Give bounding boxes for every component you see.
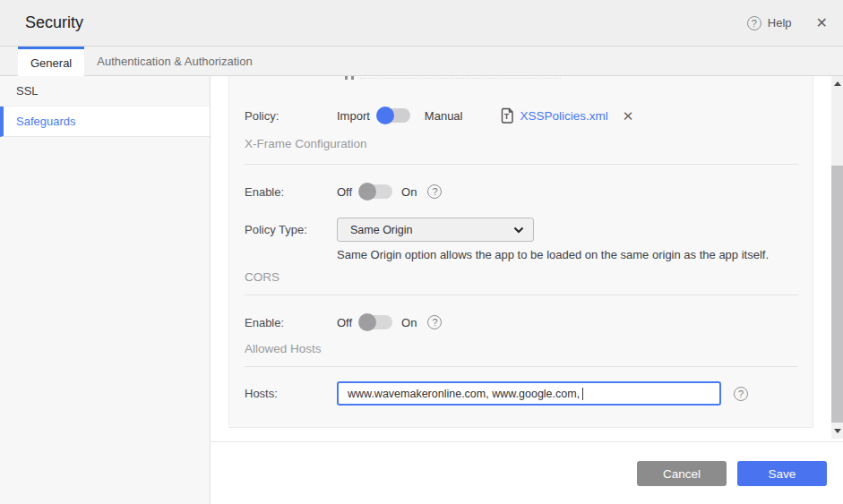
tab-general[interactable]: General [18, 47, 84, 76]
xframe-on-label: On [401, 185, 417, 199]
sidebar-item-safeguards[interactable]: Safeguards [0, 107, 210, 137]
hosts-row: Hosts: www.wavemakeronline.com, www.goog… [229, 381, 813, 406]
xframe-section-heading: X-Frame Configuration [245, 137, 367, 150]
cors-enable-row: Enable: Off On ? [229, 310, 813, 335]
scroll-up-arrow-icon[interactable] [834, 81, 841, 86]
cors-enable-label: Enable: [245, 316, 337, 329]
allowed-hosts-section-heading: Allowed Hosts [245, 342, 322, 355]
page-title: Security [25, 13, 83, 32]
toggle-knob [358, 313, 376, 331]
footer-divider [211, 441, 843, 442]
scroll-down-arrow-icon[interactable] [834, 429, 841, 433]
cors-section-heading: CORS [245, 270, 280, 284]
clipped-row-fragment [360, 78, 561, 79]
policy-type-description-row: Same Origin option allows the app to be … [229, 246, 813, 262]
chevron-down-icon [513, 226, 524, 234]
policy-type-label: Policy Type: [245, 223, 337, 236]
section-divider [245, 164, 798, 165]
policy-type-row: Policy Type: Same Origin [229, 218, 813, 242]
help-icon-glyph: ? [738, 389, 744, 399]
xframe-enable-label: Enable: [245, 185, 337, 199]
toggle-knob [358, 183, 376, 201]
safeguards-scroll-panel: Policy: Import Manual T XSSPolicies.xml … [228, 76, 813, 428]
policy-type-select[interactable]: Same Origin [337, 218, 534, 242]
vertical-scrollbar[interactable] [831, 76, 843, 439]
policy-file-chip: T XSSPolicies.xml ✕ [500, 107, 633, 124]
help-icon-glyph: ? [752, 18, 757, 29]
section-divider [245, 366, 798, 367]
hosts-label: Hosts: [245, 387, 337, 400]
policy-type-description: Same Origin option allows the app to be … [337, 248, 769, 261]
security-dialog: Security ? Help ✕ General Authentication… [0, 0, 843, 504]
sidebar-item-ssl[interactable]: SSL [0, 76, 210, 107]
policy-import-label: Import [337, 109, 370, 123]
help-link[interactable]: Help [768, 16, 792, 30]
main-area: Policy: Import Manual T XSSPolicies.xml … [211, 76, 843, 504]
policy-row: Policy: Import Manual T XSSPolicies.xml … [229, 103, 813, 128]
help-icon[interactable]: ? [747, 16, 761, 30]
tab-authentication-authorization[interactable]: Authentication & Authorization [84, 47, 264, 75]
scrollbar-thumb[interactable] [831, 166, 843, 423]
help-icon-glyph: ? [432, 317, 437, 328]
close-icon[interactable]: ✕ [816, 16, 828, 30]
remove-file-icon[interactable]: ✕ [623, 109, 634, 123]
policy-manual-label: Manual [425, 109, 463, 123]
cors-enable-toggle[interactable] [360, 315, 392, 329]
clipped-row-fragment [351, 76, 354, 80]
policy-type-selected-value: Same Origin [350, 224, 513, 236]
hosts-input-value: www.wavemakeronline.com, www.google.com, [348, 388, 580, 400]
policy-label: Policy: [245, 109, 337, 123]
xframe-enable-row: Enable: Off On ? [229, 179, 813, 204]
tab-bar: General Authentication & Authorization [0, 47, 843, 76]
xframe-enable-help-icon[interactable]: ? [427, 184, 442, 199]
hosts-input[interactable]: www.wavemakeronline.com, www.google.com, [337, 381, 721, 406]
save-button[interactable]: Save [737, 461, 827, 486]
clipped-row-fragment [345, 76, 348, 80]
sidebar: SSL Safeguards [0, 76, 211, 504]
cancel-button[interactable]: Cancel [637, 461, 727, 486]
toggle-knob [376, 107, 394, 124]
policy-file-link[interactable]: XSSPolicies.xml [520, 109, 607, 123]
svg-text:T: T [504, 112, 510, 121]
dialog-header: Security ? Help ✕ [0, 0, 843, 47]
cors-enable-help-icon[interactable]: ? [427, 315, 442, 329]
section-divider [245, 295, 798, 295]
text-caret [582, 388, 583, 400]
xframe-enable-toggle[interactable] [360, 184, 392, 199]
policy-import-manual-toggle[interactable] [378, 108, 410, 123]
file-text-icon: T [500, 107, 514, 124]
help-icon-glyph: ? [432, 186, 437, 197]
xframe-off-label: Off [337, 185, 352, 199]
cors-off-label: Off [337, 316, 352, 329]
cors-on-label: On [401, 316, 417, 329]
hosts-help-icon[interactable]: ? [734, 387, 748, 401]
